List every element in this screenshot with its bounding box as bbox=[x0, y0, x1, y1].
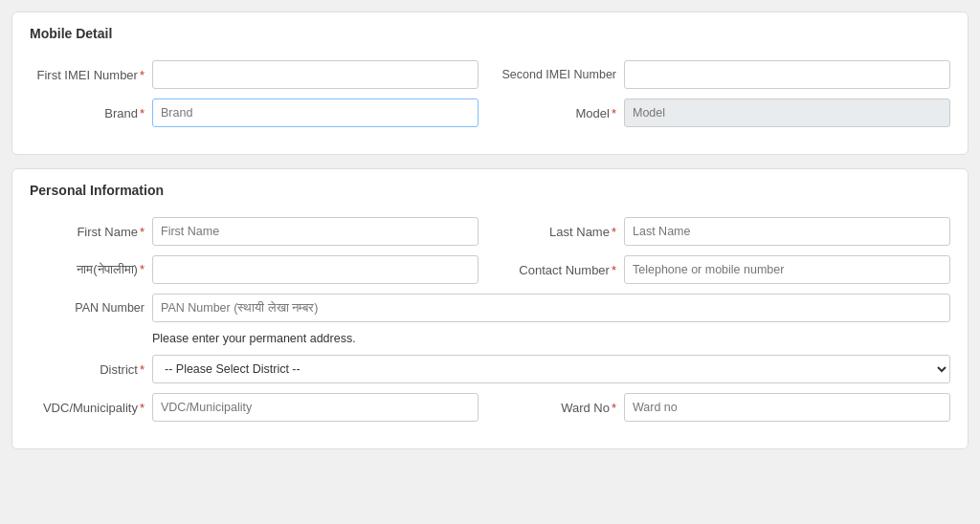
vdc-ward-row: VDC/Municipality* Ward No* bbox=[30, 393, 950, 422]
brand-group: Brand* bbox=[30, 98, 479, 127]
nepali-name-label: नाम(नेपालीमा)* bbox=[30, 262, 145, 277]
personal-info-title: Personal Information bbox=[30, 183, 950, 204]
vdc-group: VDC/Municipality* bbox=[30, 393, 479, 422]
model-input[interactable] bbox=[624, 98, 950, 127]
imei-row: First IMEI Number* Second IMEI Number bbox=[30, 60, 950, 89]
name-row: First Name* Last Name* bbox=[30, 217, 950, 246]
first-name-group: First Name* bbox=[30, 217, 479, 246]
nepali-contact-row: नाम(नेपालीमा)* Contact Number* bbox=[30, 255, 950, 284]
vdc-input[interactable] bbox=[152, 393, 479, 422]
vdc-label: VDC/Municipality* bbox=[30, 401, 145, 415]
ward-input[interactable] bbox=[624, 393, 950, 422]
last-name-group: Last Name* bbox=[501, 217, 950, 246]
district-row: District* -- Please Select District -- bbox=[30, 355, 950, 383]
pan-label: PAN Number bbox=[30, 301, 145, 315]
last-name-label: Last Name* bbox=[501, 225, 616, 239]
model-group: Model* bbox=[501, 98, 950, 127]
ward-group: Ward No* bbox=[501, 393, 950, 422]
first-name-label: First Name* bbox=[30, 225, 145, 239]
last-name-input[interactable] bbox=[624, 217, 950, 246]
pan-row: PAN Number bbox=[30, 294, 950, 322]
contact-number-group: Contact Number* bbox=[501, 255, 950, 284]
first-imei-label: First IMEI Number* bbox=[30, 68, 145, 82]
first-name-input[interactable] bbox=[152, 217, 479, 246]
brand-label: Brand* bbox=[30, 106, 145, 120]
mobile-detail-card: Mobile Detail First IMEI Number* Second … bbox=[11, 11, 969, 155]
address-note: Please enter your permanent address. bbox=[152, 332, 950, 345]
second-imei-input[interactable] bbox=[624, 60, 950, 89]
personal-info-card: Personal Information First Name* Last Na… bbox=[11, 168, 969, 449]
second-imei-label: Second IMEI Number bbox=[501, 68, 616, 81]
contact-number-input[interactable] bbox=[624, 255, 950, 284]
district-label: District* bbox=[30, 362, 145, 377]
contact-number-label: Contact Number* bbox=[501, 263, 616, 277]
brand-model-row: Brand* Model* bbox=[30, 98, 950, 127]
ward-label: Ward No* bbox=[501, 401, 616, 415]
first-imei-group: First IMEI Number* bbox=[30, 60, 479, 89]
district-select[interactable]: -- Please Select District -- bbox=[152, 355, 950, 383]
brand-input[interactable] bbox=[152, 98, 479, 127]
mobile-detail-title: Mobile Detail bbox=[30, 26, 950, 47]
first-imei-input[interactable] bbox=[152, 60, 479, 89]
second-imei-group: Second IMEI Number bbox=[501, 60, 950, 89]
pan-input[interactable] bbox=[152, 294, 950, 322]
model-label: Model* bbox=[501, 106, 616, 120]
nepali-name-input[interactable] bbox=[152, 255, 479, 284]
nepali-name-group: नाम(नेपालीमा)* bbox=[30, 255, 479, 284]
